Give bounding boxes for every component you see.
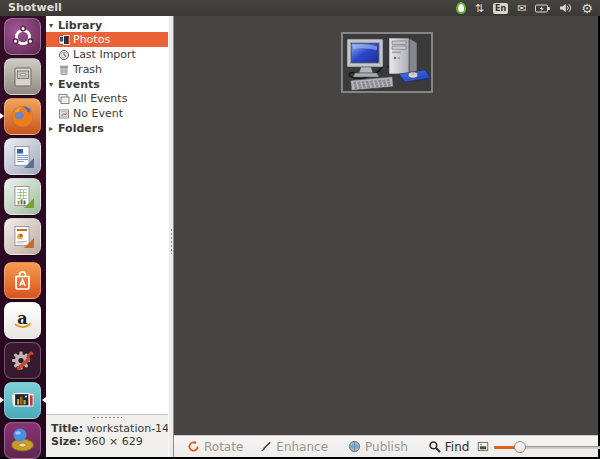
section-label: Events (58, 78, 100, 91)
indicator-area: ⇅ En ✉ ⚙ (456, 2, 593, 15)
item-label: No Event (73, 107, 123, 120)
section-label: Folders (58, 122, 104, 135)
message-icon[interactable]: ✉ (517, 3, 526, 14)
firefox-running-indicator (0, 113, 4, 119)
ubuntu-dash-icon[interactable] (4, 18, 41, 55)
find-magnifier-icon (428, 440, 441, 453)
shotwell-focused-indicator (42, 397, 46, 403)
find-button[interactable]: Find (420, 437, 478, 457)
sidebar-item-trash[interactable]: Trash (46, 62, 168, 77)
window-title: Shotwell (8, 0, 62, 16)
libreoffice-impress-icon[interactable] (4, 218, 41, 255)
title-label: Title: (51, 422, 83, 435)
size-value: 960 × 629 (84, 435, 142, 448)
firefox-icon[interactable] (4, 98, 41, 135)
sidebar-section-library[interactable]: ▾ Library (46, 18, 168, 32)
rotate-button[interactable]: Rotate (179, 437, 251, 457)
pane-resize-handle[interactable] (92, 416, 122, 419)
photo-grid-area[interactable] (174, 16, 598, 435)
sidebar-section-folders[interactable]: ▸ Folders (46, 121, 168, 135)
item-label: Last Import (73, 48, 136, 61)
sidebar-section-events[interactable]: ▾ Events (46, 77, 168, 91)
enhance-button[interactable]: Enhance (251, 437, 336, 457)
unity-launcher: a (0, 16, 46, 457)
zoom-slider-handle[interactable] (514, 441, 526, 453)
photo-title-line: Title: workstation-147... (46, 422, 168, 435)
bottom-toolbar: Rotate Enhance Publish Find (174, 435, 598, 457)
libreoffice-calc-icon[interactable] (4, 178, 41, 215)
events-icon (58, 93, 71, 105)
trash-icon (58, 64, 71, 76)
photo-thumbnail[interactable] (341, 32, 433, 93)
sidebar-item-photos[interactable]: Photos (46, 32, 168, 47)
section-label: Library (58, 19, 102, 32)
svg-text:a: a (17, 309, 27, 328)
shotwell-running-indicator (0, 397, 4, 403)
sidebar-item-last-import[interactable]: Last Import (46, 47, 168, 62)
publish-button[interactable]: Publish (340, 437, 416, 457)
expander-closed-icon: ▸ (49, 124, 58, 133)
photos-icon (58, 34, 71, 46)
no-event-icon (58, 108, 71, 120)
size-label: Size: (51, 435, 81, 448)
sync-arrows-icon[interactable]: ⇅ (475, 3, 484, 14)
expander-open-icon: ▾ (49, 80, 58, 89)
workstation-photo (343, 34, 431, 91)
expander-open-icon: ▾ (49, 21, 58, 30)
item-label: All Events (73, 92, 127, 105)
files-icon[interactable] (4, 58, 41, 95)
splitter-handle-icon (170, 228, 173, 254)
zoom-out-icon[interactable] (477, 441, 489, 452)
keyboard-layout-indicator[interactable]: En (493, 3, 508, 14)
system-settings-icon[interactable] (4, 342, 41, 379)
session-gear-icon[interactable]: ⚙ (581, 2, 593, 15)
library-sidebar: ▾ Library Photos Last Import (46, 16, 168, 414)
top-panel: Shotwell ⇅ En ✉ ⚙ (0, 0, 600, 16)
publish-globe-icon (348, 440, 361, 453)
zoom-control (477, 440, 600, 454)
battery-icon[interactable] (535, 4, 550, 13)
volume-icon[interactable] (559, 3, 572, 13)
item-label: Photos (73, 33, 110, 46)
desktop-screen: Shotwell ⇅ En ✉ ⚙ (0, 0, 600, 459)
libreoffice-writer-icon[interactable] (4, 138, 41, 175)
input-source-icon[interactable] (456, 2, 466, 14)
clock-icon (58, 49, 71, 61)
enhance-icon (259, 440, 272, 453)
sidebar-item-no-event[interactable]: No Event (46, 106, 168, 121)
amazon-icon[interactable]: a (4, 302, 41, 339)
photo-info-panel: Title: workstation-147... Size: 960 × 62… (46, 414, 168, 457)
disc-icon[interactable] (4, 422, 41, 459)
photo-size-line: Size: 960 × 629 (46, 435, 168, 448)
sidebar-item-all-events[interactable]: All Events (46, 91, 168, 106)
shotwell-icon[interactable] (4, 382, 41, 419)
shotwell-window: ▾ Library Photos Last Import (46, 16, 598, 457)
zoom-slider[interactable] (494, 440, 600, 454)
software-center-icon[interactable] (4, 262, 41, 299)
title-value: workstation-147... (87, 422, 168, 435)
rotate-icon (187, 440, 200, 453)
item-label: Trash (73, 63, 102, 76)
